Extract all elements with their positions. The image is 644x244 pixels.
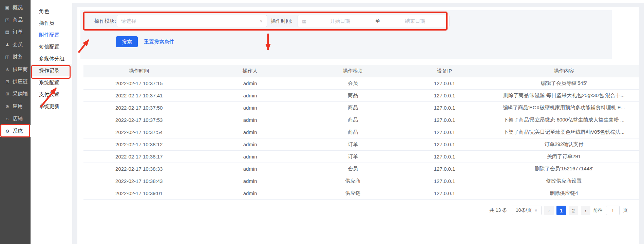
table-header-row: 操作时间 操作人 操作模块 设备IP 操作内容 — [83, 65, 639, 77]
submenu-item-system-update[interactable]: 系统更新 — [31, 100, 72, 112]
submenu-item-payment-config[interactable]: 支付设置 — [31, 88, 72, 100]
primary-sidebar-list: ▣概况 ◳商品 ▤订单 ♟会员 ◫财务 ♙供应商 ⊡供应链 ⊞采购端 ⊛应用 ⌂… — [0, 1, 31, 137]
document-icon: ▤ — [4, 30, 10, 35]
sidebar-item-apps[interactable]: ⊛应用 — [0, 100, 31, 112]
cell-time: 2022-02-17 10:37:53 — [83, 117, 194, 123]
cell-operator: admin — [194, 80, 305, 86]
cell-content: 编辑了商品'ECX破壁机家用预约多功能辅食料理机 E... — [489, 105, 639, 111]
column-header-time: 操作时间 — [83, 68, 194, 74]
cell-device-ip: 127.0.0.1 — [400, 93, 489, 98]
cell-module: 商品 — [306, 92, 400, 99]
cell-content: 关闭了订单291 — [489, 153, 639, 160]
prev-page-button[interactable]: ‹ — [544, 206, 554, 215]
cell-time: 2022-02-17 10:38:43 — [83, 178, 194, 184]
sidebar-item-supply-chain[interactable]: ⊡供应链 — [0, 75, 31, 88]
cell-time: 2022-02-17 10:37:41 — [83, 93, 194, 98]
truck-icon: ⊡ — [4, 79, 10, 84]
submenu-item-operators[interactable]: 操作员 — [31, 17, 72, 29]
cell-operator: admin — [194, 154, 305, 159]
cell-operator: admin — [194, 142, 305, 147]
table-row: 2022-02-17 10:38:17 admin 订单 127.0.0.1 关… — [83, 151, 639, 163]
cell-operator: admin — [194, 129, 305, 135]
end-date-input[interactable]: 结束日期 — [385, 18, 445, 24]
sidebar-item-orders[interactable]: ▤订单 — [0, 26, 31, 38]
sidebar-item-label: 系统 — [13, 128, 23, 134]
submenu-item-roles[interactable]: 角色 — [31, 5, 72, 17]
shop-icon: ⌂ — [4, 116, 10, 121]
sidebar-item-label: 商品 — [13, 17, 23, 23]
submenu-item-attachment-config[interactable]: 附件配置 — [31, 29, 72, 41]
cell-operator: admin — [194, 190, 305, 196]
module-select[interactable]: 请选择 ∨ — [117, 15, 267, 27]
secondary-sidebar: 角色 操作员 附件配置 短信配置 多媒体分组 操作记录 系统配置 支付设置 系统… — [31, 0, 72, 244]
cell-content: 编辑了会员等级'545' — [489, 80, 639, 87]
table-row: 2022-02-17 10:37:15 admin 会员 127.0.0.1 编… — [83, 77, 639, 90]
sidebar-item-system[interactable]: ⚙系统 — [0, 125, 31, 137]
cell-module: 供应商 — [306, 178, 400, 184]
sidebar-item-label: 概况 — [13, 4, 23, 11]
search-button[interactable]: 搜索 — [116, 36, 138, 47]
cell-module: 商品 — [306, 129, 400, 135]
cell-module: 订单 — [306, 141, 400, 148]
sidebar-item-finance[interactable]: ◫财务 — [0, 51, 31, 63]
sidebar-item-members[interactable]: ♟会员 — [0, 38, 31, 51]
cell-device-ip: 127.0.0.1 — [400, 166, 489, 172]
submenu-item-sms-config[interactable]: 短信配置 — [31, 41, 72, 53]
reset-search-link[interactable]: 重置搜索条件 — [144, 36, 174, 47]
date-range-separator: 至 — [370, 18, 385, 24]
page-button-2[interactable]: 2 — [569, 206, 578, 215]
cell-module: 商品 — [306, 117, 400, 123]
pagination-total: 共 13 条 — [490, 207, 507, 213]
time-filter-label: 操作时间: — [262, 18, 292, 24]
sidebar-item-procurement[interactable]: ⊞采购端 — [0, 88, 31, 100]
table-row: 2022-02-17 10:38:43 admin 供应商 127.0.0.1 … — [83, 175, 639, 187]
cell-module: 会员 — [306, 80, 400, 87]
cell-device-ip: 127.0.0.1 — [400, 154, 489, 159]
cell-time: 2022-02-17 10:37:54 — [83, 129, 194, 135]
apps-icon: ⊛ — [4, 104, 10, 109]
wallet-icon: ◫ — [4, 54, 10, 59]
cell-device-ip: 127.0.0.1 — [400, 178, 489, 184]
supplier-icon: ♙ — [4, 67, 10, 72]
cart-icon: ⊞ — [4, 91, 10, 96]
column-header-operator: 操作人 — [194, 68, 305, 74]
page-size-select[interactable]: 10条/页 ∨ — [512, 206, 542, 215]
sidebar-item-overview[interactable]: ▣概况 — [0, 1, 31, 14]
page-button-1[interactable]: 1 — [556, 206, 566, 215]
goto-page-input[interactable] — [606, 206, 620, 215]
cell-operator: admin — [194, 93, 305, 98]
cell-device-ip: 127.0.0.1 — [400, 190, 489, 196]
module-filter-label: 操作模块: — [83, 18, 116, 24]
column-header-device-ip: 设备IP — [400, 68, 489, 74]
cell-module: 商品 — [306, 105, 400, 111]
sidebar-item-label: 店铺 — [13, 115, 23, 122]
cell-device-ip: 127.0.0.1 — [400, 142, 489, 147]
cell-content: 修改供应商设置 — [489, 178, 639, 184]
cell-time: 2022-02-17 10:37:50 — [83, 105, 194, 111]
sidebar-item-label: 订单 — [13, 29, 23, 35]
table-row: 2022-02-17 10:39:01 admin 供应链 127.0.0.1 … — [83, 187, 639, 200]
sidebar-item-label: 采购端 — [13, 91, 28, 97]
submenu-item-system-config[interactable]: 系统配置 — [31, 76, 72, 88]
cell-time: 2022-02-17 10:38:33 — [83, 166, 194, 172]
goto-label: 前往 — [593, 207, 603, 213]
cell-time: 2022-02-17 10:37:15 — [83, 80, 194, 86]
date-range-picker[interactable]: ▦ 开始日期 至 结束日期 — [298, 15, 450, 27]
cell-operator: admin — [194, 166, 305, 172]
cell-content: 下架了商品'完美日记至臻柔色丝绒唇釉V05色锈棕法... — [489, 129, 639, 135]
calendar-icon: ▦ — [302, 18, 310, 24]
secondary-sidebar-list: 角色 操作员 附件配置 短信配置 多媒体分组 操作记录 系统配置 支付设置 系统… — [31, 5, 72, 112]
gear-icon: ⚙ — [4, 129, 10, 134]
sidebar-item-goods[interactable]: ◳商品 — [0, 14, 31, 26]
cell-operator: admin — [194, 105, 305, 111]
sidebar-item-label: 财务 — [13, 54, 23, 60]
next-page-button[interactable]: › — [581, 206, 590, 215]
submenu-item-media-groups[interactable]: 多媒体分组 — [31, 53, 72, 64]
sidebar-item-label: 供应商 — [13, 66, 28, 73]
sidebar-item-shops[interactable]: ⌂店铺 — [0, 113, 31, 125]
sidebar-item-suppliers[interactable]: ♙供应商 — [0, 63, 31, 75]
sidebar-item-label: 应用 — [13, 103, 23, 110]
submenu-item-operation-log[interactable]: 操作记录 — [31, 64, 72, 76]
pagination: 共 13 条 10条/页 ∨ ‹ 1 2 › 前往 页 — [490, 206, 628, 215]
start-date-input[interactable]: 开始日期 — [310, 18, 370, 24]
